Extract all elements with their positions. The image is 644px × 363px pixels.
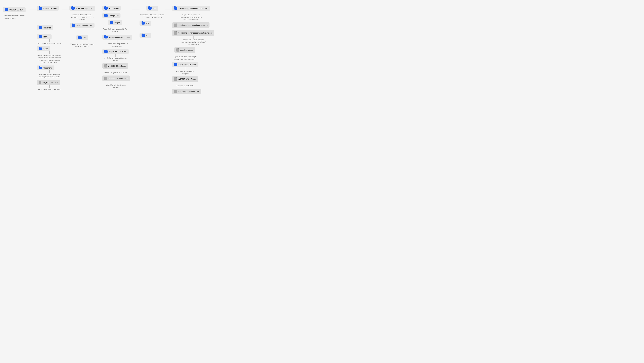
- zarr-tomo-v: [185, 67, 186, 70]
- vox640-label: VoxelSpacing21.640: [76, 7, 93, 10]
- seg-mrc-label: membrane_segmentationmask.mrc: [178, 24, 208, 26]
- run-metadata-label: run_metadata.json: [42, 82, 58, 84]
- zarr-tomo-folder-icon: [174, 63, 178, 66]
- recon-row: Reconstructions: [37, 6, 59, 11]
- instance-label: membrane_instancesegmentation.ndjson: [178, 32, 212, 34]
- tomo-meta-node: tomogram_metadata.json: [172, 88, 201, 94]
- tiltseries-folder-icon: [39, 26, 42, 29]
- tomo-meta-label: tomogram_metadata.json: [178, 90, 199, 92]
- ts-meta-label: tiltseries_metadata.json: [108, 77, 128, 79]
- mrc-tomo-node: wnj2019-02-21-5.mrc: [172, 76, 198, 82]
- tomograms-folder-icon: [104, 14, 108, 17]
- run-metadata-desc: JSON file with the run metadata.: [38, 88, 61, 91]
- ts-meta-desc: JSON file with the tilt series metadata: [103, 84, 129, 89]
- level-col6: membrane_segmentationmask.zarr Segmentat…: [172, 6, 214, 94]
- zarr-ts-v: [115, 54, 116, 57]
- zarr-ts-folder-icon: [104, 50, 108, 53]
- vox640-v2: [82, 21, 82, 23]
- ann100-node: 100: [146, 6, 158, 11]
- zarr-tomo-desc: OME-Zarr directory of the tomogram: [172, 70, 198, 75]
- root-h-conn: [30, 6, 37, 10]
- vox64-node: VoxelSpacing21.64: [70, 23, 94, 28]
- ann100-col: 100 Annotations folder has a subfolder f…: [140, 6, 165, 18]
- images-label: Images: [114, 22, 120, 24]
- seg-mrc-node: membrane_segmentationmask.mrc: [172, 22, 210, 28]
- run-metadata-file-icon: [39, 81, 42, 84]
- vox640-desc: Reconstructions folder has a subfolder f…: [70, 14, 95, 21]
- run-metadata-node: run_metadata.json: [37, 80, 60, 86]
- mrc-ts-file-icon: [104, 64, 107, 68]
- level-root: wnj2019-02-21-5 Run folder named the aut…: [3, 6, 30, 19]
- ts100-col: 100 TiltSeries has subfolders for each t…: [70, 35, 95, 48]
- tomograms-node: Tomograms: [102, 13, 121, 18]
- zarr-ts-col: wnj2019-02-21-5.zarr OME-Zarr directory …: [102, 49, 129, 62]
- h-line-5: [165, 9, 172, 10]
- images-col: Images Folder for images displayed in th…: [102, 20, 128, 33]
- diagram: wnj2019-02-21-5 Run folder named the aut…: [0, 0, 644, 100]
- mrc-ts-label: wnj2019-02-21-5.mrc: [108, 65, 126, 67]
- mrc-ts-desc: Tilt series images as an MRC file: [104, 72, 127, 74]
- ann101-node: 101: [140, 21, 151, 26]
- annotations-label: Annotations: [109, 7, 119, 10]
- h-line-2: [62, 9, 70, 10]
- neuroglancer-v: [117, 40, 118, 42]
- frames-node: Frames: [37, 34, 52, 39]
- seg-zarr-col: membrane_segmentationmask.zarr Segmentat…: [172, 6, 210, 21]
- ann101-folder-icon: [142, 22, 145, 24]
- zarr-ts-desc: OME-Zarr directory of tilt series images: [103, 57, 128, 62]
- vox640-folder-icon: [72, 7, 74, 10]
- annotations-folder-icon: [104, 7, 108, 10]
- level-col3: VoxelSpacing21.640 Reconstructions folde…: [70, 6, 95, 48]
- neuroglancer-node: NeuroglancerPrecompute: [102, 35, 132, 40]
- zarr-tomo-col: wnj2019-02-21-5.zarr OME-Zarr directory …: [172, 62, 198, 75]
- neuroglancer-label: NeuroglancerPrecompute: [109, 36, 130, 38]
- ts-meta-file-icon: [104, 77, 107, 80]
- tomo100-label: 100: [146, 34, 149, 36]
- ts-meta-col: tiltseries_metadata.json JSON file with …: [102, 76, 130, 89]
- level-col4: Annotations Tomograms Images Folder for …: [102, 6, 132, 89]
- ann100-folder-icon: [148, 7, 152, 10]
- mrc-tomo-desc: Tomogram as an MRC file: [176, 85, 194, 87]
- seg-zarr-folder-icon: [174, 7, 178, 10]
- frames-label: Frames: [43, 36, 50, 38]
- ann100-v: [152, 11, 152, 14]
- frames-desc: Folder containing raw movie frames: [37, 42, 62, 44]
- membrane-json-desc: A separate JSON file containing the meta…: [172, 56, 198, 60]
- recon-label: Reconstructions: [43, 7, 56, 10]
- mrc-tomo-v: [185, 82, 185, 85]
- ts100-label: 100: [83, 36, 86, 38]
- mrc-tomo-label: wnj2019-02-21-5.mrc: [178, 78, 196, 80]
- zarr-ts-node: wnj2019-02-21-5.zarr: [102, 49, 129, 54]
- zarr-tomo-node: wnj2019-02-21-5.zarr: [172, 62, 198, 67]
- alignments-folder-icon: [39, 67, 42, 69]
- vox640-col: VoxelSpacing21.640 Reconstructions folde…: [70, 6, 95, 28]
- membrane-json-col: membrane.json A separate JSON file conta…: [172, 47, 198, 60]
- gains-label: Gains: [43, 48, 48, 50]
- ts-meta-v: [116, 81, 116, 84]
- mrc-tomo-col: wnj2019-02-21-5.mrc Tomogram as an MRC f…: [172, 76, 198, 87]
- gains-v: [49, 51, 50, 54]
- vox640-v: [82, 11, 82, 14]
- frames-v: [49, 39, 50, 42]
- ts100-desc: TiltSeries has subfolders for each tilt …: [70, 43, 95, 48]
- tiltseries-label: TiltSeries: [43, 27, 51, 29]
- alignments-node: Alignments: [37, 66, 54, 70]
- h-line-4: [132, 9, 140, 10]
- level-col5: 100 Annotations folder has a subfolder f…: [140, 6, 165, 38]
- frames-folder-icon: [39, 36, 42, 38]
- tomo100-folder-icon: [142, 34, 145, 37]
- images-folder-icon: [110, 21, 113, 24]
- root-v-line: [16, 12, 16, 14]
- ann101-label: 101: [146, 22, 149, 24]
- membrane-json-node: membrane.json: [174, 47, 195, 53]
- gains-desc: Gains contains the gain reference files,…: [37, 54, 62, 64]
- images-node: Images: [108, 20, 122, 25]
- mrc-ts-node: wnj2019-02-21-5.mrc: [102, 63, 128, 69]
- recon-h-conn: [62, 6, 70, 10]
- membrane-json-label: membrane.json: [180, 49, 193, 51]
- instance-file-icon: [174, 31, 177, 34]
- membrane-json-v: [185, 53, 185, 56]
- mrc-ts-v: [115, 69, 115, 72]
- alignments-desc: Files for specifying alignment including…: [37, 73, 62, 78]
- run-metadata-v: [49, 86, 50, 88]
